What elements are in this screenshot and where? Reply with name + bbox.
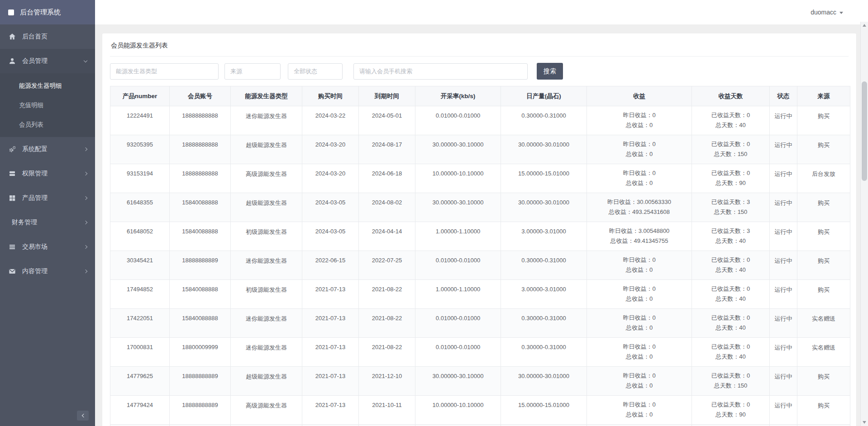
sidebar-item[interactable]: 后台首页 (0, 24, 95, 49)
cell-buy_date: 2021-07-13 (302, 338, 359, 367)
user-menu[interactable]: duomacc (811, 9, 843, 16)
table-row: 9320539518888888888超级能源发生器2024-03-202024… (110, 135, 850, 164)
cell-type: 迷你能源发生器 (231, 309, 302, 338)
scroll-up-icon[interactable] (863, 24, 866, 27)
sidebar-item[interactable]: 系统配置 (0, 137, 95, 161)
column-header: 购买时间 (302, 86, 359, 106)
cell-status: 运行中 (770, 135, 797, 164)
cell-type: 高级源能发生器 (231, 396, 302, 425)
cell-type: 初级源能发生器 (231, 222, 302, 251)
cell-line: 总收益：0 (587, 381, 692, 391)
cell-status: 运行中 (770, 396, 797, 425)
cell-expire_date: 2024-06-18 (359, 164, 415, 193)
cell-expire_date: 2024-08-17 (359, 135, 415, 164)
caret-down-icon (839, 12, 843, 14)
cell-type: 迷你能源发生器 (231, 106, 302, 135)
cell-profit_line1: 昨日收益：0总收益：0 (587, 425, 692, 426)
cell-daily_output: 30.00000-30.01000 (501, 367, 587, 396)
cell-days_line1: 已收益天数：0总天数：40 (692, 309, 770, 338)
cell-profit_line1: 昨日收益：0总收益：0 (587, 309, 692, 338)
filters-bar: 搜索 (110, 63, 849, 80)
cell-buy_date: 2024-03-20 (302, 164, 359, 193)
member-phone-search-input[interactable] (353, 63, 528, 80)
brand-logo-icon (8, 9, 14, 15)
sidebar-item[interactable]: 交易市场 (0, 235, 95, 259)
cell-source: 购买 (797, 222, 850, 251)
cell-daily_output: 0.30000-0.31000 (501, 338, 587, 367)
cell-line: 总收益：0 (587, 323, 692, 333)
home-icon (8, 33, 16, 41)
cell-buy_date: 2022-06-15 (302, 251, 359, 280)
sidebar-item[interactable]: 财务管理 (0, 210, 95, 235)
layers-icon (8, 170, 16, 178)
sidebar-item[interactable]: 内容管理 (0, 259, 95, 284)
cell-status: 运行中 (770, 193, 797, 222)
cell-number: 14779625 (110, 367, 170, 396)
cell-buy_date: 2021-07-13 (302, 309, 359, 338)
username: duomacc (811, 9, 836, 16)
status-select[interactable] (288, 63, 343, 80)
sidebar-item[interactable]: 会员管理 (0, 49, 95, 73)
column-header: 能源发生器类型 (231, 86, 302, 106)
app-window: 后台管理系统 后台首页会员管理能源发生器明细充值明细会员列表系统配置权限管理产品… (0, 0, 868, 426)
sidebar-item[interactable]: 权限管理 (0, 161, 95, 186)
cell-days_line1: 已收益天数：0总天数：150 (692, 367, 770, 396)
cell-rate: 0.01000-0.01000 (415, 106, 501, 135)
scroll-down-icon[interactable] (863, 421, 866, 424)
cell-rate: 0.01000-0.01000 (415, 251, 501, 280)
cell-account: 15840088888 (170, 309, 231, 338)
sidebar-item[interactable]: 产品管理 (0, 186, 95, 210)
cell-status: 运行中 (770, 280, 797, 309)
cell-source: 购买 (797, 193, 850, 222)
sidebar-item-label: 后台首页 (22, 33, 87, 41)
cell-days_line1: 已收益天数：0总天数：40 (692, 106, 770, 135)
cell-profit_line1: 昨日收益：3.00548800总收益：49.41345755 (587, 222, 692, 251)
table-wrap: 产品number会员账号能源发生器类型购买时间到期时间开采率(kb/s)日产量(… (110, 86, 849, 426)
cell-line: 总天数：150 (692, 149, 769, 159)
sidebar-item-label: 财务管理 (12, 218, 78, 227)
cell-number: 93153194 (110, 164, 170, 193)
cell-line: 昨日收益：30.00563330 (587, 197, 692, 207)
cell-buy_date: 2024-03-20 (302, 135, 359, 164)
cell-line: 昨日收益：0 (587, 342, 692, 352)
user-icon (8, 57, 16, 65)
search-button[interactable]: 搜索 (537, 63, 563, 80)
cell-buy_date: 2021-07-13 (302, 280, 359, 309)
cell-line: 已收益天数：0 (692, 342, 769, 352)
cell-number: 12224491 (110, 106, 170, 135)
generator-type-select[interactable] (110, 63, 219, 80)
sidebar-subitem[interactable]: 充值明细 (0, 95, 95, 115)
cell-buy_date: 2024-03-05 (302, 193, 359, 222)
sidebar-collapse-button[interactable] (77, 411, 89, 421)
cell-rate: 30.00000-30.10000 (415, 135, 501, 164)
cell-days_line1: 已收益天数：0总天数：40 (692, 280, 770, 309)
cell-line: 昨日收益：0 (587, 284, 692, 294)
scrollbar-thumb[interactable] (862, 81, 867, 181)
cell-line: 昨日收益：0 (587, 371, 692, 381)
cell-type: 迷你能源发生器 (231, 338, 302, 367)
cell-days_line1: 已收益天数：0总天数：40 (692, 338, 770, 367)
sidebar-subitem[interactable]: 会员列表 (0, 115, 95, 134)
column-header: 收益天数 (692, 86, 770, 106)
cell-profit_line1: 昨日收益：0总收益：0 (587, 280, 692, 309)
cell-account: 18888888889 (170, 396, 231, 425)
sidebar-subitem[interactable]: 能源发生器明细 (0, 76, 95, 95)
cell-line: 昨日收益：0 (587, 255, 692, 265)
cell-number: 61648355 (110, 193, 170, 222)
cell-line: 总收益：49.41345755 (587, 236, 692, 246)
column-header: 到期时间 (359, 86, 415, 106)
cell-source: 购买 (797, 251, 850, 280)
cell-daily_output: 10.00000-10.01000 (501, 425, 587, 426)
table-header-row: 产品number会员账号能源发生器类型购买时间到期时间开采率(kb/s)日产量(… (110, 86, 850, 106)
source-select[interactable] (224, 63, 281, 80)
table-row: 1700083118800009999迷你能源发生器2021-07-132021… (110, 338, 850, 367)
cell-daily_output: 0.30000-0.31000 (501, 309, 587, 338)
cell-rate: 10.00000-10.10000 (415, 164, 501, 193)
cell-line: 已收益天数：0 (692, 139, 769, 149)
sidebar-item-label: 交易市场 (22, 243, 78, 251)
cell-daily_output: 3.00000-3.01000 (501, 222, 587, 251)
cell-status: 运行中 (770, 338, 797, 367)
cell-account: 15840088888 (170, 193, 231, 222)
window-scrollbar[interactable] (860, 22, 868, 426)
table-row: 9315319418888888888高级源能发生器2024-03-202024… (110, 164, 850, 193)
